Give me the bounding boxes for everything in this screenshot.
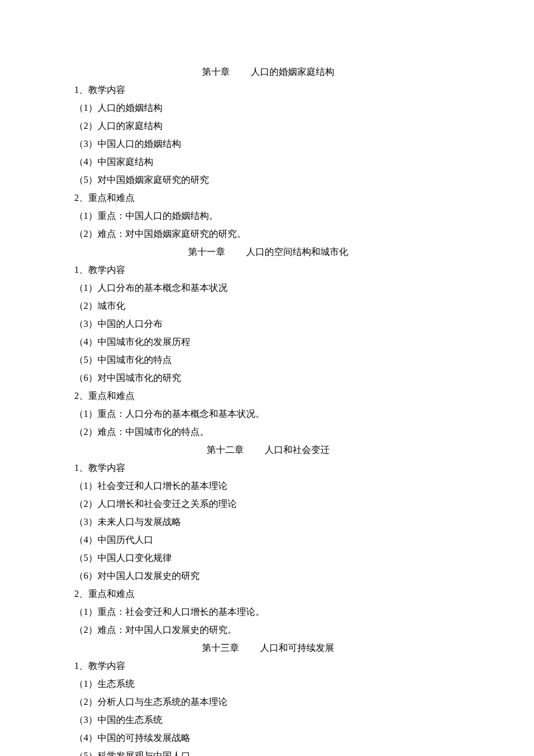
chapter-number: 第十二章 [207,445,244,455]
chapter-name: 人口和社会变迁 [265,445,330,455]
chapter-name: 人口的空间结构和城市化 [246,247,348,257]
content-item: （4）中国的可持续发展战略 [74,730,461,746]
content-item: （6）对中国人口发展史的研究 [74,568,461,584]
section-label: 1、教学内容 [74,658,461,674]
content-item: （2）难点：对中国人口发展史的研究。 [74,622,461,638]
content-item: （1）人口分布的基本概念和基本状况 [74,280,461,296]
section-label: 2、重点和难点 [74,190,461,206]
chapter-title: 第十二章人口和社会变迁 [74,442,461,458]
content-item: （2）难点：对中国婚姻家庭研究的研究。 [74,226,461,242]
content-item: （4）中国历代人口 [74,532,461,548]
chapter-title: 第十一章人口的空间结构和城市化 [74,244,461,260]
chapter-10: 第十章人口的婚姻家庭结构 1、教学内容 （1）人口的婚姻结构 （2）人口的家庭结… [74,64,461,242]
content-item: （2）分析人口与生态系统的基本理论 [74,694,461,710]
chapter-12: 第十二章人口和社会变迁 1、教学内容 （1）社会变迁和人口增长的基本理论 （2）… [74,442,461,638]
chapter-title: 第十章人口的婚姻家庭结构 [74,64,461,80]
chapter-title: 第十三章人口和可持续发展 [74,640,461,656]
content-item: （3）中国的生态系统 [74,712,461,728]
chapter-name: 人口和可持续发展 [260,643,334,653]
chapter-number: 第十三章 [202,643,239,653]
chapter-11: 第十一章人口的空间结构和城市化 1、教学内容 （1）人口分布的基本概念和基本状况… [74,244,461,440]
chapter-name: 人口的婚姻家庭结构 [251,67,334,77]
chapter-number: 第十章 [202,67,230,77]
content-item: （3）中国的人口分布 [74,316,461,332]
content-item: （3）未来人口与发展战略 [74,514,461,530]
content-item: （2）难点：中国城市化的特点。 [74,424,461,440]
section-label: 2、重点和难点 [74,388,461,404]
content-item: （5）中国人口变化规律 [74,550,461,566]
section-label: 1、教学内容 [74,460,461,476]
section-label: 1、教学内容 [74,262,461,278]
content-item: （6）对中国城市化的研究 [74,370,461,386]
content-item: （1）重点：人口分布的基本概念和基本状况。 [74,406,461,422]
section-label: 1、教学内容 [74,82,461,98]
content-item: （2）人口的家庭结构 [74,118,461,134]
content-item: （1）生态系统 [74,676,461,692]
content-item: （3）中国人口的婚姻结构 [74,136,461,152]
chapter-number: 第十一章 [188,247,225,257]
content-item: （1）重点：社会变迁和人口增长的基本理论。 [74,604,461,620]
section-label: 2、重点和难点 [74,586,461,602]
content-item: （1）社会变迁和人口增长的基本理论 [74,478,461,494]
content-item: （4）中国家庭结构 [74,154,461,170]
content-item: （1）重点：中国人口的婚姻结构。 [74,208,461,224]
content-item: （4）中国城市化的发展历程 [74,334,461,350]
content-item: （5）中国城市化的特点 [74,352,461,368]
content-item: （5）科学发展观与中国人口 [74,748,461,756]
content-item: （2）城市化 [74,298,461,314]
content-item: （2）人口增长和社会变迁之关系的理论 [74,496,461,512]
chapter-13: 第十三章人口和可持续发展 1、教学内容 （1）生态系统 （2）分析人口与生态系统… [74,640,461,756]
content-item: （5）对中国婚姻家庭研究的研究 [74,172,461,188]
content-item: （1）人口的婚姻结构 [74,100,461,116]
